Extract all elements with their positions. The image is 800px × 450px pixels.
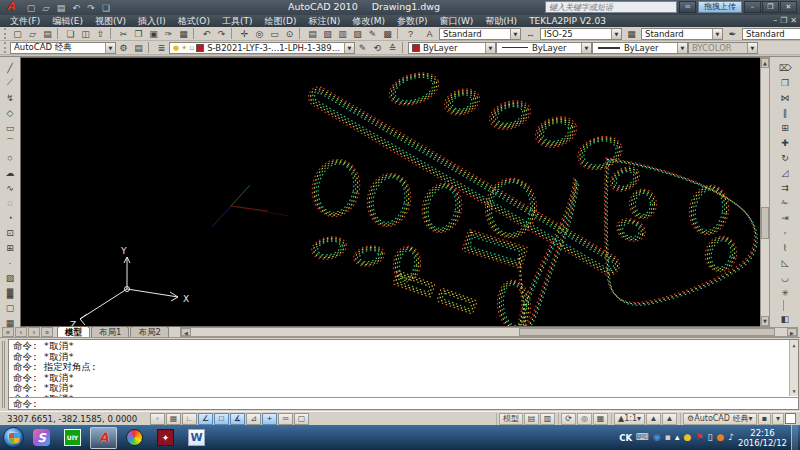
status-toggle-polar[interactable]: ∠ (198, 413, 213, 425)
status-toggle-qp[interactable]: ▢ (294, 413, 309, 425)
scroll-down-icon[interactable]: ▼ (761, 316, 769, 326)
copy-button[interactable]: ❐ (778, 75, 793, 90)
line-button[interactable]: ╱ (3, 60, 18, 75)
block-editor-button[interactable]: ▦ (176, 27, 191, 40)
tray-expand-icon[interactable]: ▴ (675, 433, 680, 442)
match-properties-button[interactable]: ✑ (161, 27, 176, 40)
plot-button[interactable]: ❏ (63, 27, 78, 40)
ellipse-arc-button[interactable]: ◔ (3, 210, 18, 225)
menu-item-0[interactable]: 文件(F) (4, 16, 46, 26)
zoom-window-button[interactable]: ▭ (267, 27, 282, 40)
menu-item-12[interactable]: TEKLA2PIP V2.03 (523, 16, 612, 26)
restore-button[interactable]: ❐ (762, 1, 779, 13)
ellipse-button[interactable]: ◌ (3, 195, 18, 210)
layer-combo[interactable]: ●☀▫ S-B2021-LYF-3-...1-LPH-1-389242 ▼ (169, 42, 355, 54)
drawing-canvas[interactable]: YXZ (20, 57, 760, 327)
cut-button[interactable]: ✂ (116, 27, 131, 40)
zoom-status-button[interactable]: ◎ (577, 413, 592, 425)
status-toggle-ducs[interactable]: ⊿ (246, 413, 261, 425)
tab-prev-button[interactable]: ‹ (15, 327, 27, 337)
close-button[interactable]: ✕ (780, 1, 797, 13)
zoom-previous-button[interactable]: ⊙ (282, 27, 297, 40)
rectangle-button[interactable]: ▭ (3, 120, 18, 135)
tab-layout1[interactable]: 布局1 (91, 326, 129, 337)
status-toggle-otrack[interactable]: ∡ (230, 413, 245, 425)
doc-restore-button[interactable]: ❐ (780, 15, 787, 27)
gradient-button[interactable]: ▓ (3, 285, 18, 300)
workspace-combo[interactable]: AutoCAD 经典 ▼ (10, 42, 116, 54)
circle-button[interactable]: ○ (3, 150, 18, 165)
undo-button[interactable]: ↶ (69, 1, 83, 14)
app-reader[interactable]: ✦ (152, 427, 179, 449)
undo-button[interactable]: ↶ (199, 27, 214, 40)
quick-view-layouts-button[interactable]: ▤ (524, 413, 539, 425)
arc-button[interactable]: ⌒ (3, 135, 18, 150)
scroll-right-icon[interactable]: ▶ (787, 328, 797, 336)
pan-status-button[interactable]: ⟳ (561, 413, 576, 425)
properties-button[interactable]: ▤ (305, 27, 320, 40)
command-scrollbar[interactable]: ▲▼ (789, 340, 798, 396)
status-toggle-osnap[interactable]: □ (214, 413, 229, 425)
plot-button[interactable]: ❏ (99, 1, 113, 14)
text-style-combo[interactable]: Standard▼ (439, 28, 521, 40)
app-word[interactable]: W (183, 427, 210, 449)
bring-to-front-button[interactable]: ◧ (778, 311, 793, 326)
mirror-button[interactable]: ⋈ (778, 90, 793, 105)
menu-item-1[interactable]: 编辑(E) (46, 16, 89, 26)
tab-layout2[interactable]: 布局2 (130, 326, 168, 337)
new-button[interactable]: ▢ (24, 1, 38, 14)
trim-button[interactable]: ✁ (778, 195, 793, 210)
fillet-button[interactable]: ◡ (778, 270, 793, 285)
rotate-button[interactable]: ↻ (778, 150, 793, 165)
dim-style-combo[interactable]: ISO-25▼ (540, 28, 622, 40)
menu-item-11[interactable]: 帮助(H) (479, 16, 523, 26)
status-toggle-ortho[interactable]: ∟ (182, 413, 197, 425)
spline-button[interactable]: ∿ (3, 180, 18, 195)
open-button[interactable]: ▱ (39, 1, 53, 14)
status-menu-caret[interactable]: ▾ (772, 413, 784, 425)
insert-block-button[interactable]: ⊡ (3, 225, 18, 240)
paste-button[interactable]: ▣ (146, 27, 161, 40)
tab-model[interactable]: 模型 (57, 326, 90, 337)
ime-indicator[interactable]: CK (619, 433, 632, 443)
linetype-combo[interactable]: ByLayer ▼ (496, 42, 592, 54)
mleader-style-dialog-button[interactable]: ✒ (725, 27, 740, 40)
tab-first-button[interactable]: « (2, 327, 14, 337)
sheet-set-manager-button[interactable]: ▨ (350, 27, 365, 40)
designcenter-button[interactable]: ▧ (320, 27, 335, 40)
offset-button[interactable]: ∥ (778, 105, 793, 120)
redo-button[interactable]: ↷ (84, 1, 98, 14)
phone-icon[interactable]: ▯ (707, 433, 712, 442)
scroll-left-icon[interactable]: ◀ (181, 328, 191, 336)
volume-icon[interactable]: ♪ (728, 433, 734, 442)
menu-item-9[interactable]: 参数(P) (391, 16, 433, 26)
help-button[interactable]: ? (403, 27, 418, 40)
vertical-scrollbar[interactable]: ▲ ▼ (760, 57, 770, 327)
app-autocad[interactable]: A (90, 427, 117, 449)
menu-item-4[interactable]: 格式(O) (172, 16, 216, 26)
tab-next-button[interactable]: › (28, 327, 40, 337)
scale-button[interactable]: ◿ (778, 165, 793, 180)
polygon-button[interactable]: ◇ (3, 105, 18, 120)
annotation-visibility-button[interactable]: ▲ (646, 413, 661, 425)
hatch-button[interactable]: ▨ (3, 270, 18, 285)
bluetooth-icon[interactable]: ◉ (653, 433, 661, 442)
make-object-layer-current-button[interactable]: ✎ (355, 41, 370, 54)
orange-dot-icon[interactable]: ● (716, 433, 724, 442)
revision-cloud-button[interactable]: ☁ (3, 165, 18, 180)
command-window-grip[interactable] (2, 341, 7, 408)
minimize-button[interactable]: – (744, 1, 761, 13)
layer-states-button[interactable]: ≙ (385, 41, 400, 54)
extend-button[interactable]: ⇥ (778, 210, 793, 225)
lineweight-combo[interactable]: ByLayer ▼ (592, 42, 688, 54)
menu-item-2[interactable]: 视图(V) (89, 16, 132, 26)
command-prompt[interactable]: 命令: (9, 397, 798, 409)
clean-screen-button[interactable] (785, 413, 796, 424)
region-button[interactable]: ▢ (3, 300, 18, 315)
explode-button[interactable]: ✳ (778, 285, 793, 300)
table-style-combo[interactable]: Standard▼ (641, 28, 723, 40)
plot-preview-button[interactable]: ◫ (78, 27, 93, 40)
status-toggle-lwt[interactable]: ═ (278, 413, 293, 425)
horizontal-scrollbar[interactable]: ◀ ▶ (180, 327, 798, 337)
quickcalc-button[interactable]: ▩ (380, 27, 395, 40)
